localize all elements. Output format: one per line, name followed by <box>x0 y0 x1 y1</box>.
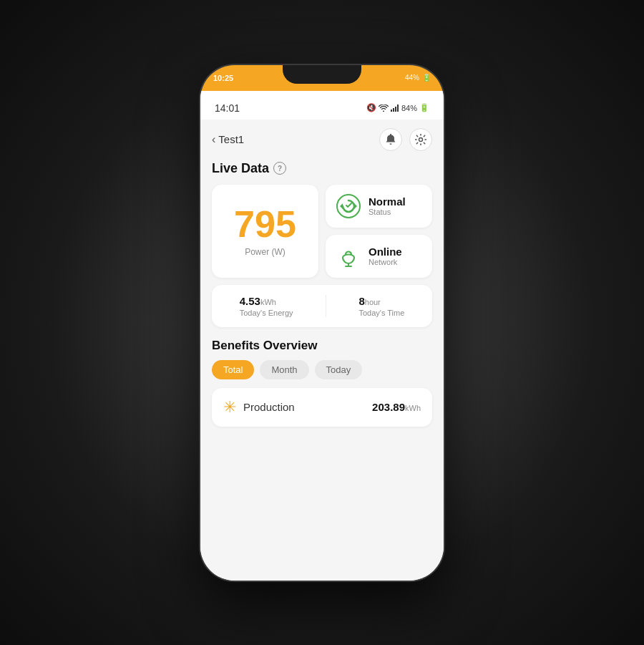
svg-rect-2 <box>395 107 396 112</box>
scene: 10:25 44% 🔋 14:01 🔇 <box>0 0 644 645</box>
svg-marker-6 <box>340 203 343 209</box>
production-row: ✳ Production 203.89kWh <box>212 388 432 427</box>
app-content: ‹ Test1 <box>200 120 444 581</box>
online-status-card: Online Network <box>326 235 432 278</box>
production-left: ✳ Production <box>223 398 295 417</box>
normal-status-sub: Status <box>369 208 406 216</box>
power-value: 795 <box>234 205 296 243</box>
page-title: Test1 <box>218 133 244 145</box>
status-column: Normal Status <box>326 185 432 278</box>
benefits-tabs: Total Month Today <box>212 360 432 379</box>
stat-divider <box>326 295 326 317</box>
svg-rect-1 <box>393 108 394 112</box>
battery-percent: 84% <box>401 104 417 112</box>
inner-status-icons: 🔇 <box>366 103 429 112</box>
normal-status-label: Normal <box>369 195 406 208</box>
svg-rect-0 <box>391 110 392 112</box>
svg-point-4 <box>419 137 423 141</box>
back-chevron: ‹ <box>212 133 215 146</box>
sun-icon: ✳ <box>223 398 236 417</box>
tab-month[interactable]: Month <box>260 360 308 379</box>
signal-icon <box>391 105 399 112</box>
inner-time: 14:01 <box>215 102 240 114</box>
online-status-text: Online Network <box>369 246 402 266</box>
normal-status-card: Normal Status <box>326 185 432 228</box>
stats-row: 4.53kWh Today's Energy 8hour Today's Tim… <box>212 285 432 327</box>
battery-icon: 44% <box>405 74 419 82</box>
back-button[interactable]: ‹ Test1 <box>212 133 244 146</box>
power-card: 795 Power (W) <box>212 185 318 278</box>
online-label: Online <box>369 246 402 258</box>
svg-marker-7 <box>354 203 357 209</box>
nav-bar: ‹ Test1 <box>212 128 432 151</box>
time-label: Today's Time <box>358 309 404 317</box>
phone-shell: 10:25 44% 🔋 14:01 🔇 <box>200 65 444 581</box>
outer-icons: 44% 🔋 <box>405 74 431 82</box>
normal-status-icon <box>336 193 361 219</box>
production-value: 203.89kWh <box>372 401 421 413</box>
online-icon <box>336 243 361 269</box>
wifi-icon <box>379 105 389 112</box>
inner-status-bar: 14:01 🔇 <box>200 91 444 120</box>
benefits-title: Benefits Overview <box>212 339 432 353</box>
battery-icon2: 🔋 <box>422 74 431 82</box>
mute-icon: 🔇 <box>366 103 376 112</box>
tab-today[interactable]: Today <box>315 360 363 379</box>
energy-stat: 4.53kWh Today's Energy <box>240 295 293 317</box>
tab-total[interactable]: Total <box>212 360 254 379</box>
screen: 14:01 🔇 <box>200 91 444 581</box>
online-sub: Network <box>369 258 402 266</box>
normal-status-text: Normal Status <box>369 195 406 216</box>
info-icon[interactable]: ? <box>273 162 286 175</box>
production-label: Production <box>243 401 295 413</box>
battery-icon: 🔋 <box>419 103 429 112</box>
outer-time: 10:25 <box>213 74 233 82</box>
time-value: 8hour <box>358 295 380 307</box>
settings-button[interactable] <box>409 128 432 151</box>
notch <box>283 65 361 84</box>
energy-value: 4.53kWh <box>240 295 276 307</box>
nav-action-icons <box>379 128 432 151</box>
live-data-label: Live Data <box>212 161 269 176</box>
notification-button[interactable] <box>379 128 402 151</box>
time-stat: 8hour Today's Time <box>358 295 404 317</box>
power-label: Power (W) <box>245 247 286 257</box>
energy-label: Today's Energy <box>240 309 293 317</box>
live-data-grid: 795 Power (W) <box>212 185 432 278</box>
svg-rect-3 <box>397 105 399 112</box>
live-data-title: Live Data ? <box>212 161 432 176</box>
